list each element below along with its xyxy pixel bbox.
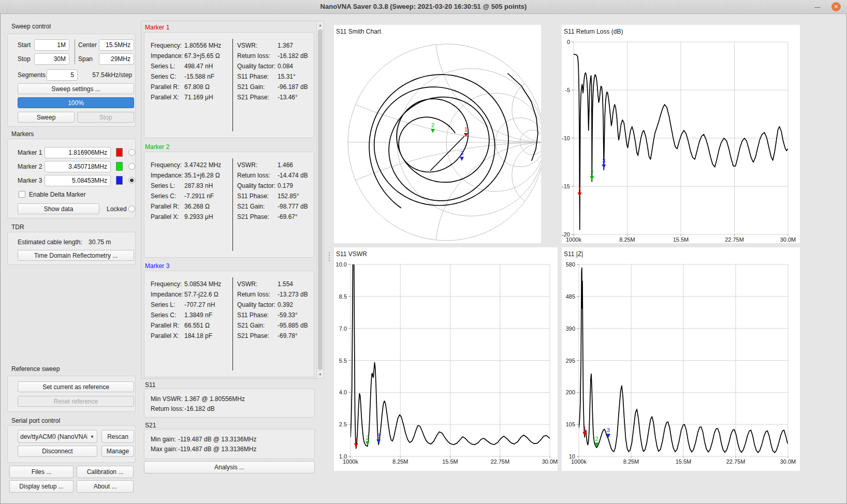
start-input[interactable] (34, 39, 69, 51)
svg-text:3: 3 (602, 158, 605, 164)
svg-text:3: 3 (607, 427, 610, 433)
marker3-panel-title: Marker 3 (145, 262, 169, 270)
analysis-button[interactable]: Analysis ... (144, 461, 315, 473)
files-button[interactable]: Files ... (9, 466, 74, 478)
marker1-label: Marker 1 (18, 148, 42, 157)
svg-text:1: 1 (578, 186, 581, 192)
min-vswr-label: Min VSWR: (151, 395, 183, 403)
enable-delta-marker-label: Enable Delta Marker (29, 190, 85, 199)
s21-summary-box: Min gain: -119.487 dB @ 13.3136MHz Max g… (144, 429, 315, 459)
divider (232, 158, 233, 251)
max-gain-value: -119.487 dB @ 13.3136MHz (178, 446, 256, 453)
set-reference-button[interactable]: Set current as reference (18, 381, 134, 392)
marker3-color-swatch[interactable] (116, 176, 123, 185)
divider (232, 39, 233, 131)
marker3-label: Marker 3 (18, 176, 42, 185)
svg-text:580: 580 (566, 261, 575, 268)
s11-return-loss-chart[interactable]: S11 Return Loss (dB) 1000k8.25M15.5M22.7… (562, 25, 800, 243)
max-gain-label: Max gain: (151, 446, 178, 453)
svg-text:2: 2 (431, 122, 434, 128)
calibration-button[interactable]: Calibration ... (77, 466, 134, 478)
close-icon: ✕ (834, 4, 838, 9)
serial-port-group: dev/ttyACM0 (NanoVNA) ▾ Rescan Disconnec… (7, 425, 136, 463)
titlebar: NanoVNA Saver 0.3.8 (Sweep: 2021-03-20 1… (0, 0, 847, 14)
marker3-input[interactable] (45, 175, 111, 186)
svg-text:3: 3 (377, 433, 380, 439)
sweep-button[interactable]: Sweep (18, 112, 75, 123)
marker1-panel-title: Marker 1 (145, 24, 169, 31)
svg-text:295: 295 (566, 358, 575, 364)
svg-text:22.75M: 22.75M (726, 458, 746, 465)
svg-text:1.0: 1.0 (339, 453, 347, 459)
divider (232, 277, 233, 370)
enable-delta-marker-checkbox[interactable] (19, 191, 25, 198)
marker2-color-swatch[interactable] (116, 162, 123, 171)
marker3-radio[interactable] (128, 177, 135, 184)
window-title: NanoVNA Saver 0.3.8 (Sweep: 2021-03-20 1… (0, 3, 847, 10)
svg-text:105: 105 (566, 421, 575, 427)
chart-marker-1 (578, 192, 582, 197)
marker1-panel: Frequency:1.80556 MHzImpedance:67.3+j5.6… (144, 32, 314, 138)
smith-plot[interactable]: 123 (334, 25, 541, 243)
stop-input[interactable] (34, 53, 69, 65)
marker2-input[interactable] (45, 161, 111, 172)
about-button[interactable]: About ... (77, 480, 134, 493)
s11-smith-chart[interactable]: S11 Smith Chart 123 (334, 25, 541, 243)
minimize-button[interactable]: — (813, 2, 822, 11)
manage-button[interactable]: Manage (101, 446, 134, 457)
serial-port-select[interactable]: dev/ttyACM0 (NanoVNA) ▾ (18, 430, 97, 443)
scrollbar[interactable]: ▲ ▼ (316, 21, 324, 378)
s11-summary-title: S11 (145, 381, 155, 389)
z-plot[interactable]: 1000k8.25M15.5M22.75M30.0M58048539029520… (562, 247, 800, 471)
splitter-handle[interactable] (328, 251, 330, 262)
step-size-label: 57.54kHz/step (92, 70, 132, 80)
chart-marker-1 (354, 443, 358, 448)
marker1-input[interactable] (45, 147, 111, 158)
rl-plot[interactable]: 1000k8.25M15.5M22.75M30.0M0-5-10-15-2012… (562, 25, 800, 243)
s11-vswr-chart[interactable]: S11 VSWR 1000k8.25M15.5M22.75M30.0M10.08… (334, 247, 558, 471)
return-loss-value: -16.182 dB (184, 405, 215, 412)
tdr-button[interactable]: Time Domain Reflectometry ... (18, 250, 134, 261)
sweep-settings-button[interactable]: Sweep settings ... (18, 83, 134, 94)
cable-length-value: 30.75 m (89, 238, 111, 247)
segments-label: Segments (18, 70, 46, 80)
stop-label: Stop (18, 54, 31, 64)
rescan-button[interactable]: Rescan (101, 430, 134, 443)
svg-text:7.0: 7.0 (339, 325, 347, 332)
reset-reference-button[interactable]: Reset reference (18, 396, 134, 407)
tdr-group: Estimated cable length: 30.75 m Time Dom… (7, 232, 136, 265)
marker2-radio[interactable] (128, 163, 135, 170)
locked-radio[interactable] (128, 205, 135, 212)
svg-text:15.5M: 15.5M (676, 458, 692, 465)
markers-title: Markers (11, 130, 34, 138)
scroll-up-icon[interactable]: ▲ (317, 22, 324, 28)
scroll-down-icon[interactable]: ▼ (317, 371, 324, 378)
svg-text:0: 0 (567, 39, 570, 45)
return-loss-label: Return loss: (151, 405, 184, 412)
show-data-button[interactable]: Show data (18, 203, 99, 214)
svg-text:5.5: 5.5 (339, 358, 347, 364)
separator (75, 39, 75, 64)
disconnect-button[interactable]: Disconnect (18, 446, 97, 457)
scrollbar-thumb[interactable] (318, 29, 323, 370)
center-input[interactable] (99, 39, 134, 51)
display-setup-button[interactable]: Display setup ... (9, 480, 74, 493)
svg-text:390: 390 (566, 325, 575, 332)
svg-text:3: 3 (460, 150, 463, 156)
min-vswr-value: 1.367 @ 1.80556MHz (184, 395, 245, 403)
smith-chart-title: S11 Smith Chart (336, 28, 381, 35)
svg-text:1: 1 (464, 126, 468, 132)
vswr-plot[interactable]: 1000k8.25M15.5M22.75M30.0M10.08.57.05.54… (334, 247, 558, 471)
segments-input[interactable] (47, 69, 78, 81)
markers-group: Marker 1 Marker 2 Marker 3 Enable Delta … (7, 139, 136, 218)
svg-text:30.0M: 30.0M (780, 458, 796, 465)
svg-text:8.25M: 8.25M (392, 458, 408, 465)
marker1-radio[interactable] (128, 149, 135, 156)
marker1-color-swatch[interactable] (116, 148, 123, 157)
smith-marker-2 (431, 129, 435, 133)
stop-button[interactable]: Stop (77, 112, 134, 123)
min-gain-label: Min gain: (151, 436, 176, 443)
close-button[interactable]: ✕ (831, 2, 841, 11)
s11-z-chart[interactable]: S11 |Z| 1000k8.25M15.5M22.75M30.0M580485… (562, 247, 800, 471)
span-input[interactable] (99, 53, 134, 65)
